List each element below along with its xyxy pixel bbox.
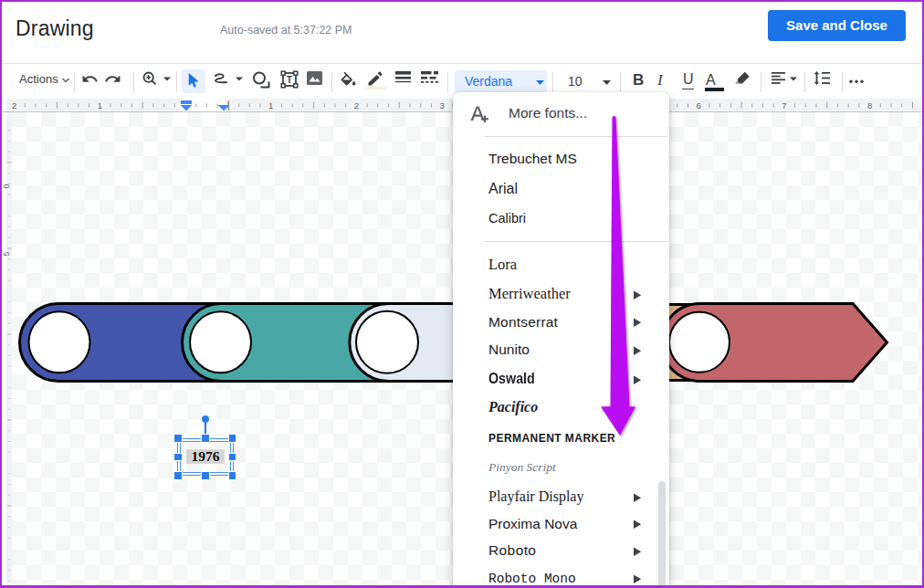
svg-text:T: T — [287, 74, 293, 85]
svg-text:3: 3 — [439, 100, 444, 110]
svg-text:2: 2 — [354, 100, 359, 110]
svg-text:2: 2 — [12, 100, 16, 110]
svg-text:7: 7 — [782, 100, 786, 110]
svg-text:6: 6 — [697, 100, 701, 110]
svg-text:1: 1 — [98, 100, 102, 110]
svg-text:1: 1 — [268, 100, 273, 110]
svg-text:8: 8 — [867, 100, 872, 110]
